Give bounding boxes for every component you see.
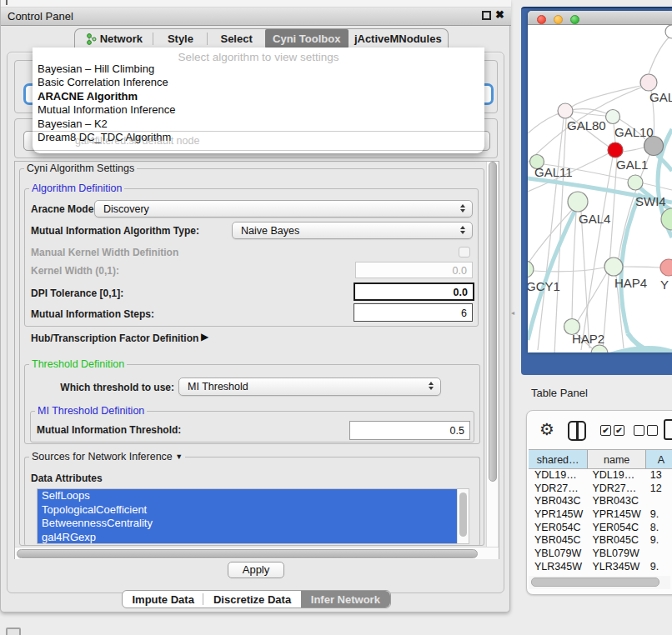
node-label: GAL80 — [567, 118, 606, 132]
node-label: GCY1 — [528, 279, 560, 293]
dropdown-item-selected[interactable]: ARACNE Algorithm — [38, 90, 138, 103]
dropdown-placeholder: Select algorithm to view settings — [33, 51, 484, 63]
dropdown-item[interactable]: Bayesian – Hill Climbing — [38, 62, 154, 76]
mi-threshold-title: MI Threshold Definition — [35, 405, 147, 417]
aracne-mode-label: Aracne Mode: — [31, 203, 97, 215]
table-horizontal-scrollbar[interactable] — [529, 576, 670, 589]
aracne-mode-combobox[interactable]: Discovery — [94, 200, 473, 218]
tab-discretize-data[interactable]: Discretize Data — [203, 591, 300, 608]
tab-select[interactable]: Select — [208, 29, 265, 48]
hub-definition-label[interactable]: Hub/Transcription Factor Definition — [31, 332, 198, 344]
table-row[interactable]: YPR145WYPR145W9. — [529, 508, 672, 522]
list-scrollbar[interactable] — [457, 489, 469, 543]
table-panel-title: Table Panel — [531, 387, 588, 399]
tab-cyni-toolbox[interactable]: Cyni Toolbox — [265, 29, 349, 48]
split-columns-icon[interactable] — [568, 421, 586, 441]
list-item[interactable]: BetweennessCentrality — [38, 517, 458, 531]
mi-steps-input[interactable]: 6 — [354, 303, 473, 322]
apply-button[interactable]: Apply — [228, 562, 284, 578]
list-item[interactable]: SelfLoops — [38, 489, 458, 503]
table-row[interactable]: YDR27…YDR27…12 — [529, 482, 672, 496]
close-icon[interactable]: ✖ — [495, 8, 504, 21]
network-view-window: GAL7 GAL80 GAL10 GAL1 GAL11 SWI4 GAL4 GC… — [528, 11, 672, 352]
data-attributes-list: SelfLoops TopologicalCoefficient Between… — [37, 488, 469, 544]
which-threshold-combobox[interactable]: MI Threshold — [178, 378, 441, 396]
manual-kernel-label: Manual Kernel Width Definition — [31, 247, 178, 258]
table-row[interactable]: YBL079WYBL079W — [529, 548, 672, 561]
combo-arrows-icon — [460, 226, 466, 234]
close-traffic-light[interactable] — [537, 15, 546, 24]
list-item[interactable]: gal4RGexp — [38, 531, 458, 544]
node-label: SWI4 — [635, 194, 666, 208]
tab-network[interactable]: Network — [75, 29, 153, 48]
deselect-all-icon2[interactable] — [647, 425, 658, 436]
dropdown-item[interactable]: Mutual Information Inference — [38, 103, 175, 117]
select-all-icon[interactable]: ✔ — [600, 425, 611, 436]
algorithm-definition-title: Algorithm Definition — [29, 182, 124, 194]
node-table: shared… name A YDL19…YDL19…13 YDR27…YDR2… — [529, 449, 672, 589]
tab-impute-data[interactable]: Impute Data — [123, 591, 203, 608]
column-header-3[interactable]: A — [646, 450, 672, 468]
table-row[interactable]: YER054CYER054C8. — [529, 522, 672, 535]
float-window-icon[interactable] — [482, 11, 491, 20]
mi-threshold-label: Mutual Information Threshold: — [37, 424, 181, 436]
bottom-tabbar: Impute Data Discretize Data Infer Networ… — [122, 590, 391, 608]
expand-arrow-icon[interactable]: ▶ — [201, 331, 208, 342]
table-row[interactable]: YLR345WYLR345W9. — [529, 561, 672, 574]
deselect-all-icon[interactable] — [634, 425, 644, 436]
table-header: shared… name A — [529, 449, 672, 469]
control-panel-window: Control Panel ✖ Network Style Select Cyn… — [0, 0, 510, 612]
cyni-algorithm-settings-title: Cyni Algorithm Settings — [24, 162, 137, 174]
tab-network-label: Network — [100, 32, 143, 45]
document-icon[interactable] — [664, 419, 672, 440]
node-label: HAP4 — [614, 276, 647, 290]
table-row[interactable]: YDL19…YDL19…13 — [529, 469, 672, 482]
node-label: GAL1 — [616, 158, 648, 172]
network-canvas[interactable]: GAL7 GAL80 GAL10 GAL1 GAL11 SWI4 GAL4 GC… — [528, 25, 672, 352]
dpi-tolerance-label: DPI Tolerance [0,1]: — [31, 288, 123, 299]
horizontal-scrollbar[interactable] — [15, 547, 499, 559]
tab-infer-network[interactable]: Infer Network — [301, 591, 390, 608]
combo-arrows-icon — [429, 382, 434, 390]
mi-threshold-input[interactable]: 0.5 — [349, 421, 470, 440]
control-panel-title: Control Panel — [8, 10, 73, 22]
column-header-shared[interactable]: shared… — [529, 450, 588, 468]
gear-icon[interactable]: ⚙ — [539, 419, 554, 439]
mi-steps-label: Mutual Information Steps: — [31, 308, 154, 320]
control-panel-tabbar: Network Style Select Cyni Toolbox jActiv… — [74, 28, 449, 48]
minimize-traffic-light[interactable] — [554, 15, 563, 24]
kernel-width-input[interactable]: 0.0 — [355, 262, 473, 278]
mi-type-combobox[interactable]: Naive Bayes — [232, 222, 473, 239]
select-all-icon2[interactable]: ✔ — [614, 425, 624, 436]
threshold-definition-title: Threshold Definition — [29, 358, 127, 370]
node-label: HAP2 — [572, 332, 604, 346]
network-window-titlebar — [528, 11, 672, 25]
dropdown-item[interactable]: Bayesian – K2 — [38, 118, 108, 131]
node-label: GAL10 — [614, 125, 654, 139]
network-icon — [86, 33, 97, 45]
dropdown-item[interactable]: Basic Correlation Inference — [38, 76, 168, 89]
which-threshold-label: Which threshold to use: — [18, 382, 174, 393]
list-item[interactable]: TopologicalCoefficient — [38, 503, 458, 518]
collapsed-panel-button[interactable] — [6, 628, 21, 635]
column-header-name[interactable]: name — [588, 450, 646, 468]
node-label: Y — [660, 278, 669, 292]
table-row[interactable]: YBR045CYBR045C9. — [529, 534, 672, 548]
window-top-strip — [1, 0, 511, 8]
node-label: GAL4 — [579, 212, 610, 226]
combo-arrows-icon — [460, 204, 466, 212]
node-label: GAL11 — [534, 165, 573, 179]
tab-jactivemnodules[interactable]: jActiveMNodules — [349, 29, 448, 48]
sources-title[interactable]: Sources for Network Inference ▼ — [29, 451, 185, 462]
kernel-width-label: Kernel Width (0,1): — [31, 265, 119, 277]
screen: Control Panel ✖ Network Style Select Cyn… — [0, 0, 672, 635]
dpi-tolerance-input[interactable]: 0.0 — [354, 282, 474, 301]
vertical-scrollbar[interactable] — [486, 162, 498, 547]
table-row[interactable]: YBR043CYBR043C — [529, 495, 672, 508]
splitter-handle[interactable]: ◂ — [511, 309, 515, 317]
manual-kernel-checkbox[interactable] — [459, 247, 470, 258]
zoom-traffic-light[interactable] — [570, 15, 579, 24]
network-combobox-ghost: gal4filtered.sif default node — [23, 131, 490, 151]
tab-style[interactable]: Style — [153, 29, 208, 48]
data-attributes-label: Data Attributes — [31, 472, 103, 484]
